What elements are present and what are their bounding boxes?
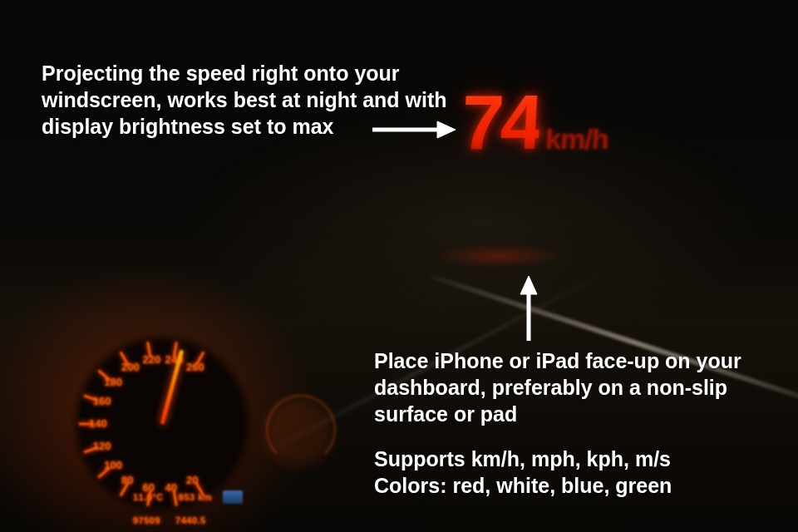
cluster-trip: 853 km bbox=[175, 490, 216, 504]
tachometer-gauge bbox=[249, 382, 349, 482]
caption-bottom-line2: Supports km/h, mph, kph, m/s bbox=[374, 446, 773, 472]
dashboard-reflection bbox=[432, 244, 565, 268]
gauge-number: 100 bbox=[104, 459, 122, 471]
gauge-number: 80 bbox=[121, 474, 133, 486]
caption-bottom-line1: Place iPhone or iPad face-up on your das… bbox=[374, 347, 773, 427]
cluster-odo: 97509 bbox=[129, 514, 165, 527]
gauge-number: 20 bbox=[186, 474, 198, 486]
hud-speed-readout: 74 km/h bbox=[460, 88, 611, 157]
gauge-number: 260 bbox=[186, 361, 204, 373]
hud-speed-unit: km/h bbox=[544, 123, 608, 155]
cluster-mode bbox=[223, 490, 243, 504]
svg-marker-1 bbox=[437, 121, 456, 138]
cluster-temp: 11.0°C bbox=[129, 490, 168, 504]
gauge-number: 220 bbox=[142, 353, 160, 366]
cluster-odo2: 7440.5 bbox=[171, 514, 210, 527]
gauge-number: 200 bbox=[121, 361, 140, 373]
dashboard-info-cluster: 11.0°C 853 km bbox=[129, 490, 243, 504]
gauge-number: 120 bbox=[93, 440, 111, 452]
svg-marker-3 bbox=[520, 276, 537, 294]
dashboard-odometer: 97509 7440.5 bbox=[129, 514, 210, 527]
caption-bottom-line3: Colors: red, white, blue, green bbox=[374, 472, 773, 499]
gauge-number: 140 bbox=[89, 417, 107, 430]
gauge-number: 160 bbox=[93, 395, 111, 407]
arrow-right-icon bbox=[372, 120, 456, 140]
caption-bottom: Place iPhone or iPad face-up on your das… bbox=[374, 347, 773, 499]
gauge-number: 180 bbox=[104, 376, 122, 388]
arrow-up-icon bbox=[519, 276, 539, 341]
